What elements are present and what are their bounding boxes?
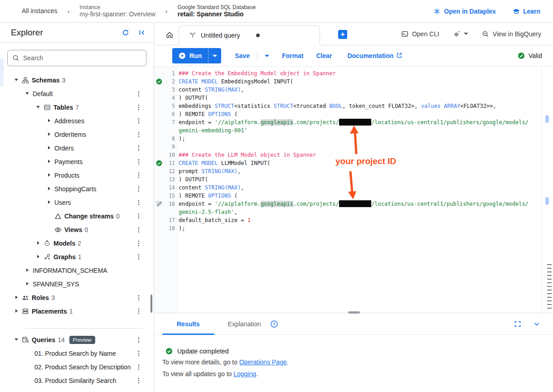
more-options-kebab-icon[interactable]	[136, 213, 142, 220]
tree-item-shoppingcarts[interactable]: ShoppingCarts	[0, 182, 154, 196]
more-options-kebab-icon[interactable]	[136, 172, 142, 179]
sql-editor[interactable]: 1### Create the Embedding Model object i…	[154, 67, 553, 313]
more-options-kebab-icon[interactable]	[136, 104, 142, 111]
more-options-kebab-icon[interactable]	[136, 336, 142, 344]
learn-button[interactable]: Learn	[512, 8, 540, 15]
breadcrumb-chevron: ›	[165, 7, 168, 15]
collapse-arrow-icon[interactable]	[14, 77, 22, 84]
more-options-kebab-icon[interactable]	[136, 363, 142, 371]
tree-item-models[interactable]: Models2	[0, 237, 154, 250]
expand-arrow-icon[interactable]	[46, 131, 54, 138]
more-options-kebab-icon[interactable]	[136, 199, 142, 206]
open-cli-button[interactable]: Open CLI	[401, 30, 439, 38]
open-in-dataplex-button[interactable]: Open in Dataplex	[433, 8, 496, 15]
refresh-icon[interactable]	[122, 29, 129, 36]
expand-arrow-icon[interactable]	[46, 185, 54, 193]
expand-arrow-icon[interactable]	[24, 281, 33, 288]
tree-item-information-schema[interactable]: INFORMATION_SCHEMA	[0, 264, 154, 277]
tree-item-placements[interactable]: Placements1	[0, 305, 154, 318]
expand-arrow-icon[interactable]	[24, 267, 33, 274]
saved-query-item[interactable]: 02. Product Search by Description	[0, 360, 154, 374]
breadcrumb-all-instances[interactable]: All instances	[22, 7, 58, 15]
editor-settings-menu[interactable]	[453, 30, 468, 38]
run-options-caret[interactable]	[209, 55, 221, 57]
more-options-kebab-icon[interactable]	[136, 308, 142, 315]
expand-arrow-icon[interactable]	[35, 253, 44, 261]
more-options-kebab-icon[interactable]	[136, 253, 142, 261]
collapse-arrow-icon[interactable]	[35, 104, 44, 111]
more-options-kebab-icon[interactable]	[136, 377, 142, 384]
tab-untitled-query[interactable]: Untitled query	[179, 25, 320, 45]
clear-button[interactable]: Clear	[316, 52, 332, 59]
run-button[interactable]: Run	[172, 52, 208, 59]
play-icon	[179, 52, 186, 59]
save-options-caret[interactable]	[265, 55, 269, 57]
tree-item-tables[interactable]: Tables7	[0, 101, 154, 114]
tree-item-schemas[interactable]: Schemas3	[0, 73, 154, 87]
edit-sparkle-icon[interactable]	[154, 200, 164, 208]
collapse-arrow-icon[interactable]	[14, 336, 22, 344]
tree-item-roles[interactable]: Roles3	[0, 291, 154, 305]
view-in-bigquery-button[interactable]: View in BigQuery	[482, 30, 541, 38]
collapse-panel-icon[interactable]	[138, 29, 146, 36]
tree-item-orders[interactable]: Orders	[0, 141, 154, 155]
expand-arrow-icon[interactable]	[14, 294, 22, 301]
tab-results[interactable]: Results	[162, 313, 214, 335]
collapse-arrow-icon[interactable]	[24, 90, 33, 97]
tree-item-users[interactable]: Users	[0, 196, 154, 209]
more-options-kebab-icon[interactable]	[136, 350, 142, 357]
search-input[interactable]	[23, 54, 132, 62]
tree-item-addresses[interactable]: Addresses	[0, 114, 154, 128]
run-button-group[interactable]: Run	[172, 48, 221, 63]
expand-arrow-icon[interactable]	[46, 172, 54, 179]
more-options-kebab-icon[interactable]	[136, 226, 142, 233]
more-options-kebab-icon[interactable]	[136, 294, 142, 301]
tree-item-default[interactable]: Default	[0, 87, 154, 101]
saved-query-label: 02. Product Search by Description	[34, 363, 131, 371]
sidebar-scrollbar-thumb[interactable]	[150, 295, 152, 313]
help-icon[interactable]: ?	[270, 320, 278, 328]
more-options-kebab-icon[interactable]	[136, 131, 142, 138]
more-options-kebab-icon[interactable]	[136, 185, 142, 193]
more-options-kebab-icon[interactable]	[136, 240, 142, 247]
expand-arrow-icon[interactable]	[46, 117, 54, 125]
tree-item-change-streams[interactable]: Change streams0	[0, 209, 154, 223]
expand-arrow-icon[interactable]	[46, 158, 54, 165]
logging-link[interactable]: Logging	[233, 370, 256, 377]
format-button[interactable]: Format	[282, 52, 303, 59]
panel-resize-handle[interactable]	[348, 311, 360, 314]
tree-item-orderitems[interactable]: OrderItems	[0, 128, 154, 141]
saved-query-item[interactable]: 01. Product Search by Name	[0, 347, 154, 360]
documentation-link[interactable]: Documentation	[347, 52, 403, 59]
tree-item-queries[interactable]: Queries14Preview	[0, 333, 154, 347]
more-options-kebab-icon[interactable]	[136, 158, 142, 165]
tree-item-views[interactable]: Views0	[0, 223, 154, 237]
tree-item-spanner-sys[interactable]: SPANNER_SYS	[0, 277, 154, 291]
fullscreen-icon[interactable]	[514, 320, 521, 328]
home-tab-button[interactable]	[160, 25, 179, 45]
sidebar-accent-strip	[0, 58, 4, 86]
tab-explanation[interactable]: Explanation	[221, 313, 268, 335]
expand-arrow-icon[interactable]	[46, 145, 54, 152]
expand-arrow-icon[interactable]	[14, 308, 22, 315]
saved-query-item[interactable]: 03. Product Similarity Search	[0, 374, 154, 387]
breadcrumb-instance[interactable]: Instance my-first-spanner: Overview	[80, 4, 155, 18]
save-button[interactable]: Save	[235, 52, 250, 59]
tree-item-label: OrderItems	[54, 131, 86, 138]
collapse-panel-chevron-icon[interactable]	[533, 320, 540, 328]
line-number: 11	[164, 159, 175, 167]
more-options-kebab-icon[interactable]	[136, 145, 142, 152]
more-options-kebab-icon[interactable]	[136, 117, 142, 125]
expand-arrow-icon[interactable]	[46, 199, 54, 206]
tree-item-payments[interactable]: Payments	[0, 155, 154, 169]
expand-arrow-icon[interactable]	[35, 240, 44, 247]
tree-item-products[interactable]: Products	[0, 169, 154, 182]
new-tab-button[interactable]: +	[338, 30, 347, 39]
bigquery-lens-icon	[482, 30, 489, 38]
explorer-search-box[interactable]	[7, 50, 146, 66]
more-options-kebab-icon[interactable]	[136, 90, 142, 97]
line-number: 4	[164, 94, 175, 102]
editor-overview-ruler[interactable]	[541, 67, 553, 313]
operations-page-link[interactable]: Operations Page	[239, 358, 287, 366]
tree-item-graphs[interactable]: Graphs1	[0, 250, 154, 264]
